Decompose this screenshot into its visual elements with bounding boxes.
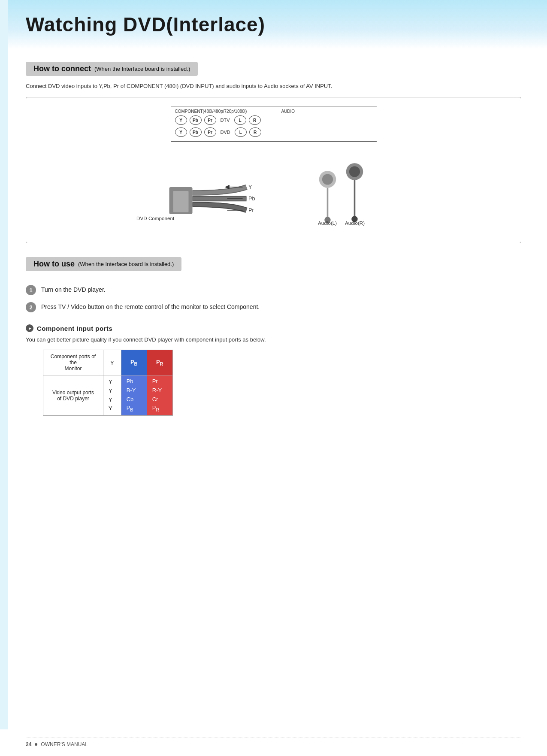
monitor-pr-cell: PR: [147, 350, 172, 375]
step-2-number: 2: [26, 302, 36, 312]
step-1-number: 1: [26, 285, 36, 295]
l-oval-2: L: [235, 127, 247, 137]
dtv-label: DTV: [221, 118, 230, 123]
pb-oval-1: Pb: [190, 115, 202, 125]
page-footer: 24 OWNER'S MANUAL: [26, 738, 521, 747]
svg-text:Y: Y: [248, 184, 252, 190]
cable-svg: Y Pb Pr: [39, 148, 508, 226]
component-ports-heading: Component Input ports: [26, 324, 521, 332]
arrow-bullet-icon: [26, 324, 33, 332]
svg-rect-13: [354, 180, 356, 218]
how-to-connect-header: How to connect (When the Interface board…: [26, 62, 198, 76]
page-header: Watching DVD(Interlace): [0, 0, 547, 49]
pb-oval-2: Pb: [190, 127, 202, 137]
footer-label: OWNER'S MANUAL: [41, 741, 88, 747]
svg-rect-0: [173, 191, 189, 212]
y-oval-1: Y: [175, 115, 187, 125]
table-row-monitor: Component ports of theMonitor Y PB PR: [43, 350, 173, 375]
diagram-box: COMPONENT(480i/480p/720p/1080i) AUDIO Y …: [26, 97, 521, 243]
how-to-use-header: How to use (When the Interface board is …: [26, 257, 181, 271]
monitor-ports-label: Component ports of theMonitor: [43, 350, 103, 375]
svg-point-12: [349, 166, 360, 177]
how-to-connect-title: How to connect: [33, 64, 91, 73]
svg-text:Pr: Pr: [248, 207, 254, 213]
monitor-pb-cell: PB: [121, 350, 147, 375]
dvd-pb-cell: PbB-YCbPB: [121, 375, 147, 416]
step-2-text: Press TV / Video button on the remote co…: [41, 302, 260, 310]
connector-row-dvd: Y Pb Pr DVD L R: [171, 127, 261, 137]
step-2: 2 Press TV / Video button on the remote …: [26, 302, 521, 312]
how-to-connect-subtitle: (When the Interface board is installed.): [94, 66, 190, 72]
r-oval-1: R: [249, 115, 261, 125]
audio-label: AUDIO: [281, 109, 295, 114]
how-to-use-subtitle: (When the Interface board is installed.): [78, 261, 174, 267]
dvd-y-cell: YYYY: [103, 375, 121, 416]
svg-point-8: [322, 174, 333, 184]
svg-text:Pb: Pb: [248, 196, 255, 202]
r-oval-2: R: [249, 127, 261, 137]
steps-list: 1 Turn on the DVD player. 2 Press TV / V…: [26, 285, 521, 312]
dvd-pr-cell: PrR-YCrPR: [147, 375, 172, 416]
connector-layout: COMPONENT(480i/480p/720p/1080i) AUDIO Y …: [171, 106, 377, 145]
connect-description: Connect DVD video inputs to Y,Pb, Pr of …: [26, 83, 521, 89]
y-oval-2: Y: [175, 127, 187, 137]
how-to-use-title: How to use: [33, 260, 75, 269]
footer-separator: [35, 743, 37, 746]
step-1: 1 Turn on the DVD player.: [26, 285, 521, 295]
ports-description: You can get better picture quality if yo…: [26, 336, 521, 343]
main-content: How to connect (When the Interface board…: [0, 49, 547, 445]
component-label: COMPONENT(480i/480p/720p/1080i): [175, 109, 247, 114]
svg-text:Audio(R): Audio(R): [345, 220, 365, 226]
connector-panel: COMPONENT(480i/480p/720p/1080i) AUDIO Y …: [39, 106, 508, 145]
pr-oval-1: Pr: [204, 115, 216, 125]
svg-text:Audio(L): Audio(L): [318, 220, 337, 226]
left-accent-bar: [0, 0, 8, 729]
l-oval-1: L: [234, 115, 246, 125]
page-title: Watching DVD(Interlace): [26, 13, 530, 36]
connector-row-dtv: Y Pb Pr DTV L R: [171, 115, 261, 125]
cable-illustration: Y Pb Pr: [39, 148, 508, 234]
component-ports-title: Component Input ports: [37, 325, 112, 332]
dvd-label: DVD: [221, 130, 230, 135]
pr-oval-2: Pr: [204, 127, 216, 137]
table-row-dvd: Video output portsof DVD player YYYY PbB…: [43, 375, 173, 416]
svg-text:DVD Component: DVD Component: [136, 215, 175, 221]
svg-rect-9: [327, 188, 329, 219]
dvd-ports-label: Video output portsof DVD player: [43, 375, 103, 416]
monitor-ports-label-text: Component ports of theMonitor: [51, 354, 96, 372]
ports-table: Component ports of theMonitor Y PB PR Vi…: [43, 350, 173, 416]
connector-header-labels: COMPONENT(480i/480p/720p/1080i) AUDIO: [171, 109, 295, 114]
monitor-y-cell: Y: [103, 350, 121, 375]
how-to-use-section: How to use (When the Interface board is …: [26, 257, 521, 312]
step-1-text: Turn on the DVD player.: [41, 285, 106, 293]
footer-page-number: 24: [26, 741, 31, 747]
component-ports-section: Component Input ports You can get better…: [26, 324, 521, 416]
